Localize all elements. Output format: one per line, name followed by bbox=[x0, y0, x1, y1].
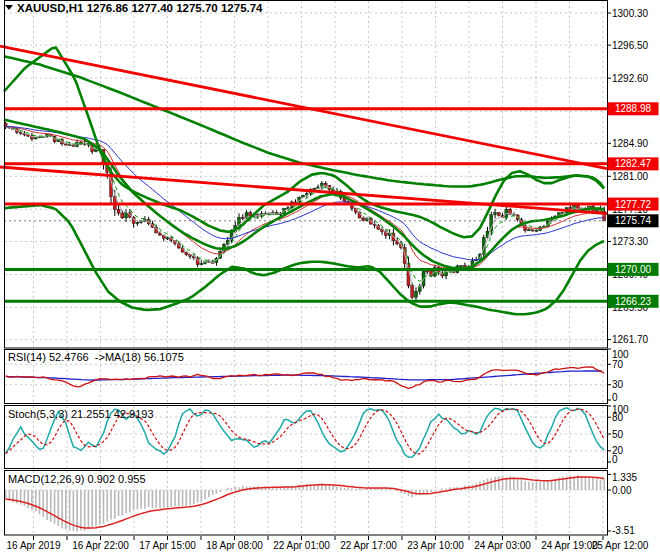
descending-trendline-2[interactable] bbox=[0, 167, 607, 214]
time-axis-label: 17 Apr 15:00 bbox=[139, 540, 196, 551]
symbol-dropdown-icon[interactable] bbox=[5, 5, 13, 10]
price-tick-label: 1292.60 bbox=[612, 73, 649, 84]
price-tick-label: 1273.30 bbox=[612, 236, 649, 247]
bearish-candle-body bbox=[241, 217, 244, 218]
bearish-candle-body bbox=[121, 213, 124, 218]
bearish-candle-body bbox=[117, 209, 120, 213]
bullish-candle-body bbox=[136, 222, 139, 223]
price-tick-label: 1261.70 bbox=[612, 334, 649, 345]
stoch-tick-label: 0 bbox=[612, 454, 618, 465]
time-axis-label: 16 Apr 2019 bbox=[7, 540, 61, 551]
price-badge-label: 1282.47 bbox=[615, 158, 652, 169]
ema-red-line bbox=[6, 127, 605, 269]
bearish-candle-body bbox=[497, 213, 500, 216]
price-tick-label: 1296.50 bbox=[612, 40, 649, 51]
price-tick-label: 1281.00 bbox=[612, 171, 649, 182]
bullish-candle-body bbox=[166, 238, 169, 239]
bullish-candle-body bbox=[200, 264, 203, 265]
price-badge-label: 1266.23 bbox=[615, 296, 652, 307]
bullish-candle-body bbox=[460, 265, 463, 266]
price-badge-last: 1275.74 bbox=[608, 214, 659, 227]
price-tick-label: 1300.30 bbox=[612, 8, 649, 19]
price-badge-support: 1266.23 bbox=[608, 295, 659, 308]
bullish-candle-body bbox=[34, 137, 37, 139]
time-axis-label: 18 Apr 08:00 bbox=[206, 540, 263, 551]
price-badge-support: 1270.00 bbox=[608, 263, 659, 276]
bearish-candle-body bbox=[411, 286, 414, 297]
price-badge-label: 1288.98 bbox=[615, 103, 652, 114]
price-axis: 1300.301296.501292.601288.701284.901281.… bbox=[607, 8, 659, 537]
rsi-tick-label: 70 bbox=[612, 359, 624, 370]
bullish-candle-body bbox=[94, 149, 97, 151]
macd-indicator-label: MACD(12,26,9) 0.902 0.955 bbox=[8, 473, 146, 485]
bearish-candle-body bbox=[64, 144, 67, 145]
time-axis-label: 16 Apr 22:00 bbox=[72, 540, 129, 551]
price-badge-resistance: 1288.98 bbox=[608, 102, 659, 115]
rsi-ma-line bbox=[6, 371, 602, 380]
chart-canvas[interactable]: 1300.301296.501292.601288.701284.901281.… bbox=[0, 0, 660, 560]
rsi-tick-label: 30 bbox=[612, 379, 624, 390]
stoch-tick-label: 50 bbox=[612, 429, 624, 440]
bullish-candle-body bbox=[125, 213, 128, 218]
bullish-candle-body bbox=[494, 213, 497, 215]
time-axis-label: 23 Apr 10:00 bbox=[407, 540, 464, 551]
price-badge-label: 1277.72 bbox=[615, 199, 652, 210]
gridlines bbox=[5, 1, 606, 534]
time-axis: 16 Apr 201916 Apr 22:0017 Apr 15:0018 Ap… bbox=[7, 536, 649, 551]
bullish-candle-body bbox=[535, 230, 538, 231]
price-badge-resistance: 1282.47 bbox=[608, 157, 659, 170]
bearish-candle-body bbox=[426, 271, 429, 272]
time-axis-label: 24 Apr 19:00 bbox=[541, 540, 598, 551]
stoch-indicator-label: Stoch(5,3,3) 21.2551 42.9193 bbox=[8, 408, 154, 420]
macd-tick-label: -3.51 bbox=[612, 525, 635, 536]
price-tick-label: 1284.90 bbox=[612, 138, 649, 149]
price-badge-label: 1275.74 bbox=[615, 215, 652, 226]
rsi-indicator-label: RSI(14) 52.4766 ->MA(18) 56.1075 bbox=[8, 351, 184, 363]
time-axis-label: 22 Apr 01:00 bbox=[273, 540, 330, 551]
bollinger-lower-band[interactable] bbox=[4, 205, 604, 314]
bullish-candle-body bbox=[527, 230, 530, 231]
slow-ma-green-line[interactable] bbox=[4, 56, 604, 188]
bearish-candle-body bbox=[362, 218, 365, 220]
bollinger-upper-band[interactable] bbox=[4, 48, 604, 238]
time-axis-label: 22 Apr 17:00 bbox=[340, 540, 397, 551]
macd-tick-label: 0.00 bbox=[612, 485, 632, 496]
time-axis-label: 24 Apr 03:00 bbox=[474, 540, 531, 551]
bullish-candle-body bbox=[414, 291, 417, 297]
price-badge-resistance: 1277.72 bbox=[608, 198, 659, 211]
stoch-tick-label: 80 bbox=[612, 412, 624, 423]
time-axis-label: 25 Apr 12:00 bbox=[592, 540, 649, 551]
bullish-candle-body bbox=[140, 221, 143, 222]
rsi-tick-label: 0 bbox=[612, 392, 618, 403]
bollinger-middle-band[interactable] bbox=[4, 120, 604, 269]
chart-title: XAUUSD,H1 1276.86 1277.40 1275.70 1275.7… bbox=[17, 2, 263, 14]
trading-chart-window: 1300.301296.501292.601288.701284.901281.… bbox=[0, 0, 660, 560]
macd-tick-label: 1.335 bbox=[612, 472, 637, 483]
price-badge-label: 1270.00 bbox=[615, 264, 652, 275]
